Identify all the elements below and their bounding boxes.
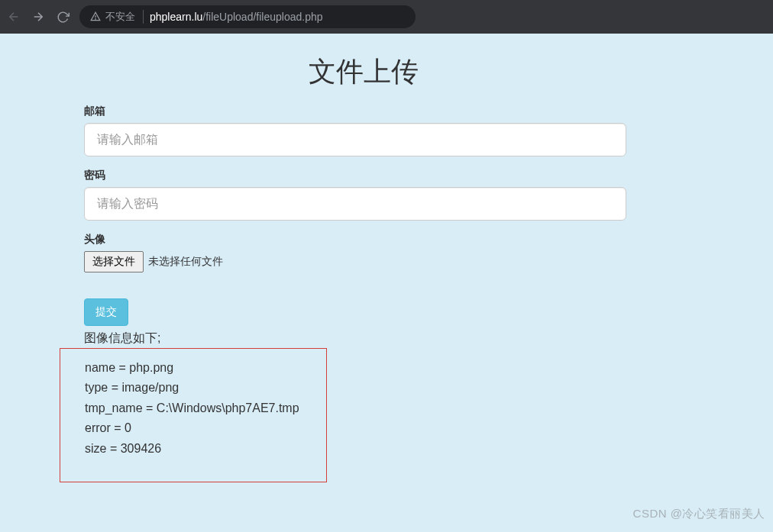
- back-icon[interactable]: [6, 9, 21, 24]
- not-secure-label: 不安全: [105, 10, 135, 24]
- result-line: error = 0: [85, 418, 302, 438]
- avatar-group: 头像 选择文件 未选择任何文件: [84, 233, 689, 272]
- watermark: CSDN @冷心笑看丽美人: [633, 507, 765, 521]
- reload-icon[interactable]: [55, 9, 70, 24]
- email-input[interactable]: [84, 123, 626, 156]
- address-bar[interactable]: 不安全 phplearn.lu/fileUpload/fileupload.ph…: [79, 5, 416, 28]
- email-label: 邮箱: [84, 105, 689, 118]
- browser-toolbar: 不安全 phplearn.lu/fileUpload/fileupload.ph…: [0, 0, 773, 34]
- not-secure-indicator: 不安全: [90, 10, 144, 24]
- result-line: tmp_name = C:\Windows\php7AE7.tmp: [85, 398, 302, 418]
- email-group: 邮箱: [84, 105, 689, 156]
- choose-file-button[interactable]: 选择文件: [84, 251, 144, 272]
- page-content: 文件上传 邮箱 密码 头像 选择文件 未选择任何文件 提交 图像信息如下; na…: [0, 34, 773, 482]
- url-host: phplearn.lu: [150, 11, 202, 23]
- result-line: name = php.png: [85, 358, 302, 378]
- password-group: 密码: [84, 169, 689, 221]
- password-input[interactable]: [84, 187, 626, 221]
- svg-point-1: [95, 19, 96, 20]
- submit-button[interactable]: 提交: [84, 298, 128, 326]
- avatar-label: 头像: [84, 233, 689, 247]
- result-line: type = image/png: [85, 378, 302, 398]
- result-line: size = 309426: [85, 439, 302, 459]
- password-label: 密码: [84, 169, 689, 182]
- forward-icon[interactable]: [31, 9, 46, 24]
- no-file-text: 未选择任何文件: [148, 255, 223, 269]
- page-title: 文件上传: [84, 53, 689, 91]
- result-heading: 图像信息如下;: [84, 330, 689, 347]
- url-text: phplearn.lu/fileUpload/fileupload.php: [150, 11, 323, 23]
- url-path: /fileUpload/fileupload.php: [202, 11, 322, 23]
- result-box: name = php.png type = image/png tmp_name…: [60, 348, 327, 482]
- warning-icon: [90, 11, 101, 22]
